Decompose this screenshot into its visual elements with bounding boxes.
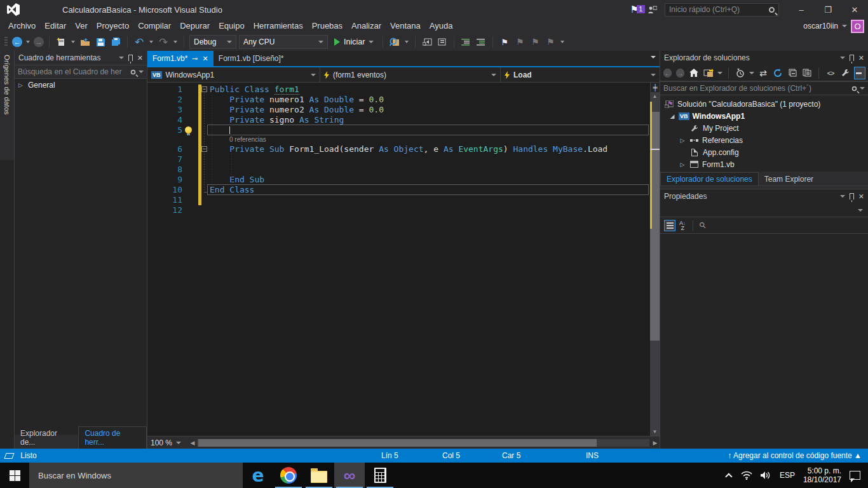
- menu-archivo[interactable]: Archivo: [4, 19, 40, 33]
- navigate-back-icon[interactable]: ←: [12, 37, 22, 47]
- close-tab-icon[interactable]: ✕: [203, 55, 208, 63]
- clear-bookmarks-icon[interactable]: ⚑: [544, 35, 557, 49]
- start-button[interactable]: [0, 463, 29, 488]
- navigate-forward-tab-icon[interactable]: [436, 35, 449, 49]
- tree-node-form1[interactable]: ▷ Form1.vb: [660, 158, 868, 170]
- file-explorer-taskbar-icon[interactable]: [304, 463, 334, 488]
- scroll-down-icon[interactable]: ▼: [650, 428, 660, 436]
- user-dropdown-icon[interactable]: [842, 25, 847, 27]
- data-sources-vertical-tab[interactable]: Orígenes de datos: [0, 51, 14, 160]
- open-file-icon[interactable]: [79, 35, 92, 49]
- menu-ventana[interactable]: Ventana: [386, 19, 425, 33]
- expander-expanded-icon[interactable]: ◢: [669, 113, 675, 119]
- menu-editar[interactable]: Editar: [40, 19, 71, 33]
- menu-compilar[interactable]: Compilar: [133, 19, 175, 33]
- toolbox-close-icon[interactable]: ✕: [137, 54, 143, 62]
- toolbox-search-dropdown-icon[interactable]: [139, 71, 144, 73]
- properties-pin-icon[interactable]: [850, 193, 854, 200]
- project-dropdown[interactable]: VB WindowsApp1: [147, 67, 320, 82]
- menu-ver[interactable]: Ver: [71, 19, 92, 33]
- menu-analizar[interactable]: Analizar: [347, 19, 386, 33]
- code-line-9[interactable]: 9 End Sub: [147, 175, 650, 185]
- codelens-references[interactable]: 0 referencias: [147, 135, 650, 144]
- signed-in-user[interactable]: oscar10iin: [803, 22, 838, 30]
- menu-equipo[interactable]: Equipo: [214, 19, 248, 33]
- save-icon[interactable]: [94, 35, 107, 49]
- show-hidden-icons-chevron[interactable]: [725, 473, 732, 480]
- view-code-icon[interactable]: <>: [825, 67, 836, 79]
- volume-icon[interactable]: [761, 471, 771, 480]
- wifi-icon[interactable]: [741, 471, 752, 480]
- clock[interactable]: 5:00 p. m. 18/10/2017: [803, 466, 841, 484]
- categorized-view-button[interactable]: [664, 220, 675, 231]
- calculator-taskbar-icon[interactable]: [365, 463, 395, 488]
- horizontal-scrollbar-thumb[interactable]: [198, 439, 597, 447]
- filter-dropdown-icon[interactable]: [749, 72, 754, 74]
- solution-explorer-close-icon[interactable]: ✕: [858, 54, 864, 62]
- alphabetical-sort-button[interactable]: A↓Z: [679, 220, 686, 231]
- solution-platforms-combo[interactable]: Any CPU: [239, 35, 328, 49]
- minimize-button[interactable]: –: [788, 0, 815, 19]
- property-pages-key-icon[interactable]: ⚲: [697, 220, 708, 231]
- feedback-icon[interactable]: [648, 6, 657, 14]
- split-editor-handle[interactable]: ╪: [650, 83, 660, 92]
- tab-form1-code[interactable]: Form1.vb* ⊸ ✕: [147, 51, 214, 66]
- menu-proyecto[interactable]: Proyecto: [92, 19, 133, 33]
- solution-explorer-pin-icon[interactable]: [850, 55, 854, 61]
- menu-depurar[interactable]: Depurar: [175, 19, 214, 33]
- scroll-right-icon[interactable]: ▶: [651, 440, 660, 446]
- bookmark-dropdown-icon[interactable]: [560, 41, 564, 43]
- tab-toolbox[interactable]: Cuadro de herr...: [78, 426, 147, 449]
- start-debugging-button[interactable]: Iniciar: [330, 37, 377, 46]
- taskbar-search-input[interactable]: Buscar en Windows: [29, 463, 243, 488]
- toggle-bookmark-icon[interactable]: ⚑: [498, 35, 511, 49]
- preview-selected-items-button[interactable]: [854, 67, 865, 79]
- properties-header[interactable]: Propiedades ✕: [660, 189, 868, 203]
- toolbox-header[interactable]: Cuadro de herramientas ✕: [15, 51, 147, 65]
- tree-node-project[interactable]: ◢ VB WindowsApp1: [660, 110, 868, 122]
- solution-configurations-combo[interactable]: Debug: [189, 35, 236, 49]
- vertical-scrollbar[interactable]: ╪ ▲ ▼: [650, 83, 660, 436]
- user-avatar[interactable]: O: [851, 20, 864, 33]
- add-to-source-control-button[interactable]: ↑ Agregar al control de código fuente ▲: [728, 449, 862, 463]
- tree-node-references[interactable]: ▷ Referencias: [660, 134, 868, 146]
- code-line-7[interactable]: 7: [147, 154, 650, 165]
- code-line-1[interactable]: 1Public Class form1: [147, 85, 650, 95]
- code-editor[interactable]: 1Public Class form12 Private numero1 As …: [147, 83, 660, 436]
- horizontal-scrollbar[interactable]: [197, 439, 649, 447]
- navigate-forward-icon[interactable]: →: [34, 37, 44, 47]
- pending-changes-filter-icon[interactable]: [735, 67, 746, 79]
- back-icon[interactable]: ←: [663, 68, 672, 77]
- expander-collapsed-icon[interactable]: ▷: [18, 82, 25, 88]
- tab-server-explorer[interactable]: Explorador de...: [15, 427, 78, 449]
- code-line-8[interactable]: 8: [147, 165, 650, 175]
- pin-icon[interactable]: ⊸: [192, 55, 198, 63]
- close-button[interactable]: ✕: [841, 0, 868, 19]
- restore-button[interactable]: ❐: [815, 0, 841, 19]
- home-icon[interactable]: [688, 67, 700, 79]
- toolbox-pin-icon[interactable]: [128, 55, 133, 61]
- solution-explorer-search-input[interactable]: Buscar en Explorador de soluciones (Ctrl…: [660, 81, 868, 95]
- expander-collapsed-icon[interactable]: ▷: [679, 161, 686, 168]
- code-line-4[interactable]: 4 Private signo As String: [147, 115, 650, 125]
- expander-collapsed-icon[interactable]: ▷: [679, 137, 686, 144]
- collapse-region-icon[interactable]: −: [201, 146, 207, 152]
- solution-explorer-menu-icon[interactable]: [840, 57, 845, 59]
- tab-form1-design[interactable]: Form1.vb [Diseño]*: [214, 51, 289, 66]
- scroll-up-icon[interactable]: ▲: [650, 92, 660, 100]
- collapse-region-icon[interactable]: −: [201, 86, 207, 92]
- keyboard-language[interactable]: ESP: [780, 471, 795, 480]
- show-all-files-icon[interactable]: [801, 67, 813, 79]
- toolbox-menu-icon[interactable]: [119, 57, 124, 59]
- action-center-icon[interactable]: [850, 471, 860, 480]
- zoom-level-combo[interactable]: 100 %: [147, 438, 188, 447]
- undo-dropdown-icon[interactable]: [149, 41, 153, 43]
- switch-views-icon[interactable]: [703, 67, 714, 79]
- code-line-6[interactable]: 6 Private Sub Form1_Load(sender As Objec…: [147, 144, 650, 154]
- objects-dropdown[interactable]: (form1 eventos): [320, 67, 501, 82]
- save-all-icon[interactable]: [109, 35, 122, 49]
- properties-close-icon[interactable]: ✕: [858, 193, 864, 201]
- collapse-all-icon[interactable]: [787, 67, 798, 79]
- find-in-files-icon[interactable]: [388, 35, 401, 49]
- quick-launch-input[interactable]: Inicio rápido (Ctrl+Q): [665, 3, 779, 17]
